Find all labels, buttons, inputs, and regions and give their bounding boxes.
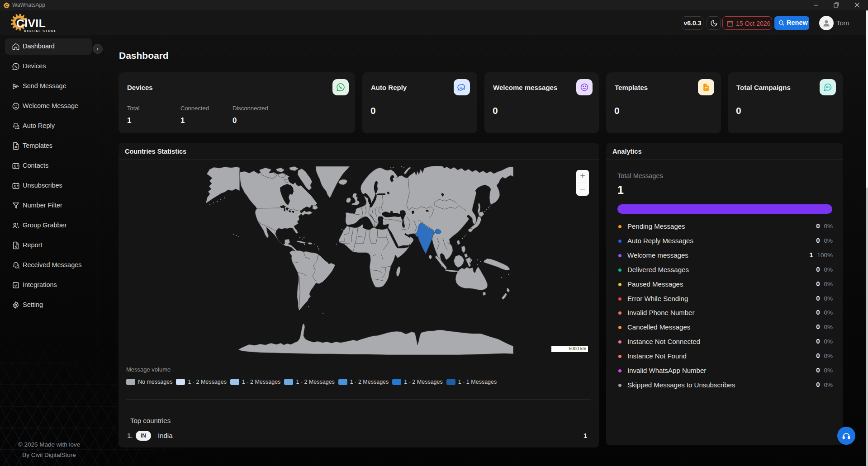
svg-text:C: C [5, 3, 8, 8]
